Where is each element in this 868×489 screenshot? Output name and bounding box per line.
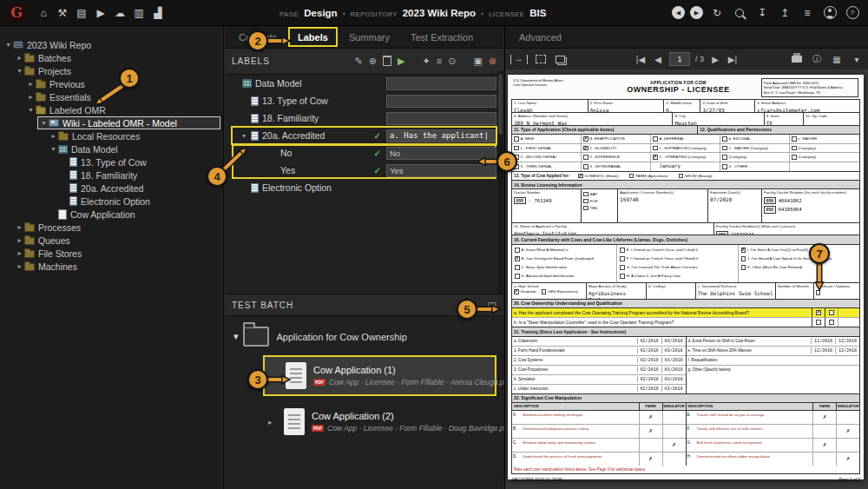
page-name[interactable]: Design (304, 8, 337, 18)
app-logo[interactable]: G (7, 3, 26, 23)
repository-name[interactable]: 2023 Wiki Repo (403, 8, 476, 18)
expander-icon[interactable]: ▸ (26, 93, 36, 101)
batch-document[interactable]: Cow Application (1) PDF Cow App - Licens… (263, 355, 496, 396)
batch-document[interactable]: ▸ Cow Application (2) PDF Cow App - Lice… (263, 403, 496, 440)
help-icon[interactable] (844, 4, 861, 22)
run-icon[interactable]: ▶ (398, 56, 404, 66)
tree-item[interactable]: 20a. Accredited (0, 182, 223, 195)
label-row[interactable]: Electronic Option (232, 179, 496, 196)
tree-item[interactable]: ▸ Queues (0, 234, 223, 247)
preview-icon[interactable]: ⊙ (448, 56, 456, 66)
cloud-upload-icon[interactable]: ☁ (111, 4, 128, 22)
tab[interactable]: Labels (287, 26, 339, 48)
stats-icon[interactable]: ▟ (149, 4, 167, 22)
label-row[interactable]: Yes ✓ Yes (232, 162, 496, 179)
tree-item[interactable]: Electronic Option (0, 195, 223, 208)
expander-icon[interactable]: ▸ (15, 262, 24, 270)
tree-item[interactable]: ▸ Local Resources (0, 129, 223, 142)
first-page-icon[interactable]: |◀ (635, 51, 647, 67)
label-row[interactable]: 13. Type of Cow (232, 92, 496, 109)
review-icon[interactable]: ▶ (92, 4, 109, 22)
expander-icon[interactable]: ▾ (3, 41, 13, 49)
label-value-input[interactable]: a. Has the applicant (386, 129, 496, 142)
expander-icon[interactable]: ▾ (39, 119, 49, 127)
tab[interactable]: Summary (339, 26, 400, 48)
tree-item[interactable]: ▾ Wiki - Labeled OMR - Model (37, 116, 220, 129)
forward-icon[interactable]: ▶ (690, 6, 703, 19)
tree-item[interactable]: 18. Familiarity (0, 169, 223, 182)
expander-icon[interactable]: ▾ (15, 67, 24, 75)
label-row[interactable]: ▾ 20a. Accredited ✓ a. Has the applicant (232, 127, 496, 144)
back-icon[interactable]: ◀ (672, 6, 685, 19)
expander-icon[interactable]: ▾ (242, 132, 251, 140)
tree-item[interactable]: ▸ Processes (0, 221, 223, 234)
scrollbar-thumb[interactable] (498, 74, 503, 135)
expander-icon[interactable]: ▸ (49, 132, 58, 140)
checkbox-label: A. NEW (521, 136, 535, 142)
tree-item[interactable]: ▾ Labeled OMR (0, 103, 223, 116)
tree-item[interactable]: ▾ Data Model (0, 142, 223, 155)
label-value-input[interactable]: Yes (386, 164, 496, 177)
chevron-down-icon[interactable]: ▾ (851, 51, 863, 67)
expander-icon[interactable]: ▸ (26, 80, 36, 88)
last-page-icon[interactable]: ▶| (727, 51, 739, 67)
document-viewport[interactable]: U.S. Department of Bovine AffairsCow Ope… (505, 69, 868, 489)
batch-grid-icon[interactable]: ◫ (488, 301, 496, 310)
tree-item[interactable]: ▸ Machines (0, 260, 223, 273)
label-row[interactable]: Data Model (232, 75, 496, 92)
upload-icon[interactable]: ↥ (776, 4, 793, 22)
home-icon[interactable]: ⌂ (35, 4, 52, 22)
expander-icon[interactable]: ▾ (26, 106, 36, 114)
auto-label-icon[interactable]: ✦ (423, 56, 431, 66)
tree-item[interactable]: ▸ Batches (0, 51, 223, 64)
save-icon[interactable]: ▣ (473, 56, 482, 66)
tab-advanced[interactable]: Advanced (510, 26, 570, 48)
label-row[interactable]: 18. Familiarity (232, 109, 496, 127)
tree-item[interactable]: ▾ Projects (0, 64, 223, 77)
edit-icon[interactable]: ✎ (355, 56, 363, 66)
label-row[interactable]: No ✓ No (232, 144, 496, 162)
layers-icon[interactable] (554, 51, 566, 67)
layers-icon[interactable]: ≡ (799, 4, 816, 22)
tools-icon[interactable]: ⚒ (54, 4, 71, 22)
print-icon[interactable] (791, 51, 803, 67)
delete-icon[interactable] (383, 56, 391, 68)
tree-item[interactable]: ▾ 2023 Wiki Repo (0, 38, 223, 51)
expander-icon[interactable]: ▸ (15, 236, 24, 244)
region-select-icon[interactable] (535, 51, 547, 67)
next-page-icon[interactable]: ▶ (709, 51, 721, 67)
tree-item[interactable]: ▸ Essentials (0, 90, 223, 103)
batch-folder-row[interactable]: ▾ Application for Cow Ownership (225, 316, 503, 348)
fit-width-icon[interactable]: ↔ (510, 55, 528, 64)
label-value-input[interactable] (386, 112, 496, 125)
page-number-input[interactable]: 1 (669, 52, 690, 66)
label-value-input[interactable] (386, 95, 496, 108)
add-icon[interactable]: ⊕ (369, 56, 377, 66)
label-value-input[interactable]: No (386, 147, 496, 160)
close-icon[interactable]: ⊗ (489, 56, 496, 66)
batches-icon[interactable]: ▤ (73, 4, 90, 22)
grid-view-icon[interactable]: ▦ (831, 51, 843, 67)
expander-icon[interactable]: ▾ (233, 331, 239, 342)
download-icon[interactable]: ↧ (753, 4, 771, 22)
tree-item[interactable]: Cow Application (0, 208, 223, 221)
refresh-icon[interactable]: ↻ (708, 4, 726, 22)
tab[interactable]: Test Extraction (400, 26, 483, 48)
tree-item[interactable]: 13. Type of Cow (0, 155, 223, 169)
search-icon[interactable] (731, 4, 748, 22)
info-icon[interactable]: ⓘ (811, 51, 823, 67)
scrollbar[interactable] (497, 71, 503, 294)
tree-item[interactable]: ▸ Previous (0, 77, 223, 90)
prev-page-icon[interactable]: ◀ (652, 51, 664, 67)
imports-icon[interactable]: ▥ (130, 4, 148, 22)
label-value-input[interactable] (386, 77, 496, 90)
expander-icon[interactable]: ▾ (49, 145, 58, 153)
expander-icon[interactable]: ▸ (15, 54, 24, 62)
manipulation-row: C.Showed adept daily spot monitoring rou… (512, 439, 686, 453)
list-icon[interactable]: ≡ (437, 56, 442, 66)
user-icon[interactable] (821, 4, 838, 22)
expander-icon[interactable]: ▸ (15, 223, 24, 231)
tree-item[interactable]: ▸ File Stores (0, 247, 223, 260)
expander-icon[interactable]: ▸ (15, 249, 24, 257)
expander-icon[interactable]: ▸ (268, 418, 277, 426)
